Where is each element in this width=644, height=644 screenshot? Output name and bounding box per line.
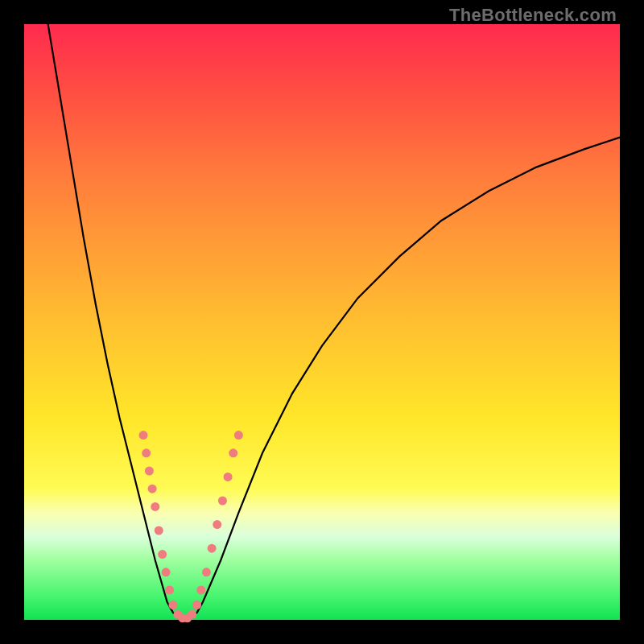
watermark-text: TheBottleneck.com [449,5,617,26]
plot-area [24,24,620,620]
outer-frame: TheBottleneck.com [0,0,644,644]
